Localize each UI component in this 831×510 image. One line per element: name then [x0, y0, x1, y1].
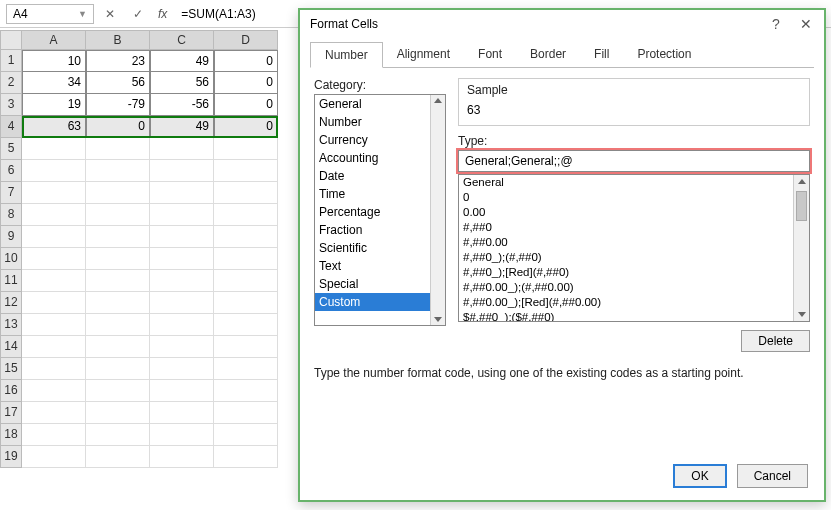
cell[interactable]	[86, 160, 150, 182]
cell[interactable]	[22, 204, 86, 226]
cell[interactable]	[86, 182, 150, 204]
cell[interactable]: 0	[86, 116, 150, 138]
cell[interactable]	[150, 336, 214, 358]
row-header[interactable]: 9	[0, 226, 22, 248]
cell[interactable]	[22, 424, 86, 446]
cancel-button[interactable]: Cancel	[737, 464, 808, 488]
cell[interactable]	[86, 380, 150, 402]
format-item[interactable]: 0	[459, 190, 792, 205]
cell[interactable]	[86, 226, 150, 248]
row-header[interactable]: 8	[0, 204, 22, 226]
cell[interactable]	[214, 292, 278, 314]
cell[interactable]	[214, 182, 278, 204]
row-header[interactable]: 6	[0, 160, 22, 182]
cell[interactable]	[214, 314, 278, 336]
category-item[interactable]: Special	[315, 275, 445, 293]
cell[interactable]	[22, 248, 86, 270]
category-item[interactable]: Time	[315, 185, 445, 203]
ok-button[interactable]: OK	[673, 464, 726, 488]
format-item[interactable]: General	[459, 175, 792, 190]
row-header[interactable]: 2	[0, 72, 22, 94]
category-item[interactable]: Date	[315, 167, 445, 185]
column-header[interactable]: D	[214, 30, 278, 50]
category-list[interactable]: GeneralNumberCurrencyAccountingDateTimeP…	[314, 94, 446, 326]
cell[interactable]	[214, 248, 278, 270]
cell[interactable]	[214, 270, 278, 292]
scrollbar-thumb[interactable]	[796, 191, 807, 221]
cell[interactable]	[214, 424, 278, 446]
cell[interactable]	[150, 314, 214, 336]
category-item[interactable]: Accounting	[315, 149, 445, 167]
format-item[interactable]: $#,##0_);($#,##0)	[459, 310, 792, 322]
cell[interactable]	[22, 292, 86, 314]
cell[interactable]	[86, 358, 150, 380]
row-header[interactable]: 13	[0, 314, 22, 336]
cell[interactable]	[214, 380, 278, 402]
cell[interactable]	[150, 270, 214, 292]
cell[interactable]	[22, 138, 86, 160]
cell[interactable]	[22, 270, 86, 292]
tab-alignment[interactable]: Alignment	[383, 42, 464, 67]
select-all-corner[interactable]	[0, 30, 22, 50]
tab-number[interactable]: Number	[310, 42, 383, 68]
delete-button[interactable]: Delete	[741, 330, 810, 352]
category-item[interactable]: Custom	[315, 293, 445, 311]
category-item[interactable]: General	[315, 95, 445, 113]
cell[interactable]: 10	[22, 50, 86, 72]
cell[interactable]	[22, 380, 86, 402]
category-item[interactable]: Number	[315, 113, 445, 131]
column-header[interactable]: A	[22, 30, 86, 50]
cell[interactable]	[150, 160, 214, 182]
row-header[interactable]: 1	[0, 50, 22, 72]
help-icon[interactable]: ?	[768, 16, 784, 32]
scrollbar[interactable]	[793, 175, 809, 321]
row-header[interactable]: 4	[0, 116, 22, 138]
cell[interactable]: 19	[22, 94, 86, 116]
category-item[interactable]: Percentage	[315, 203, 445, 221]
row-header[interactable]: 17	[0, 402, 22, 424]
cell[interactable]	[150, 248, 214, 270]
cell[interactable]	[214, 226, 278, 248]
cell[interactable]	[86, 424, 150, 446]
cell[interactable]: 56	[150, 72, 214, 94]
cell[interactable]	[22, 314, 86, 336]
cell[interactable]: 23	[86, 50, 150, 72]
format-item[interactable]: #,##0_);(#,##0)	[459, 250, 792, 265]
cell[interactable]	[214, 446, 278, 468]
tab-border[interactable]: Border	[516, 42, 580, 67]
row-header[interactable]: 3	[0, 94, 22, 116]
format-item[interactable]: #,##0.00	[459, 235, 792, 250]
cell[interactable]	[150, 182, 214, 204]
column-header[interactable]: C	[150, 30, 214, 50]
cell[interactable]	[150, 446, 214, 468]
cell[interactable]	[86, 248, 150, 270]
cell[interactable]	[214, 160, 278, 182]
format-item[interactable]: #,##0.00_);[Red](#,##0.00)	[459, 295, 792, 310]
cell[interactable]	[214, 336, 278, 358]
row-header[interactable]: 10	[0, 248, 22, 270]
column-header[interactable]: B	[86, 30, 150, 50]
cell[interactable]	[150, 204, 214, 226]
row-header[interactable]: 5	[0, 138, 22, 160]
close-icon[interactable]: ✕	[798, 16, 814, 32]
cell[interactable]	[86, 292, 150, 314]
cell[interactable]	[86, 138, 150, 160]
cell[interactable]	[150, 358, 214, 380]
cell[interactable]	[86, 336, 150, 358]
cell[interactable]: 0	[214, 50, 278, 72]
row-header[interactable]: 14	[0, 336, 22, 358]
cell[interactable]	[22, 160, 86, 182]
cell[interactable]	[150, 292, 214, 314]
scrollbar[interactable]	[430, 95, 445, 325]
cell[interactable]	[214, 402, 278, 424]
cell[interactable]: 0	[214, 94, 278, 116]
cell[interactable]	[214, 204, 278, 226]
cell[interactable]	[22, 446, 86, 468]
cell[interactable]: -56	[150, 94, 214, 116]
cell[interactable]	[150, 380, 214, 402]
tab-protection[interactable]: Protection	[623, 42, 705, 67]
row-header[interactable]: 18	[0, 424, 22, 446]
row-header[interactable]: 19	[0, 446, 22, 468]
cell[interactable]	[150, 424, 214, 446]
category-item[interactable]: Scientific	[315, 239, 445, 257]
